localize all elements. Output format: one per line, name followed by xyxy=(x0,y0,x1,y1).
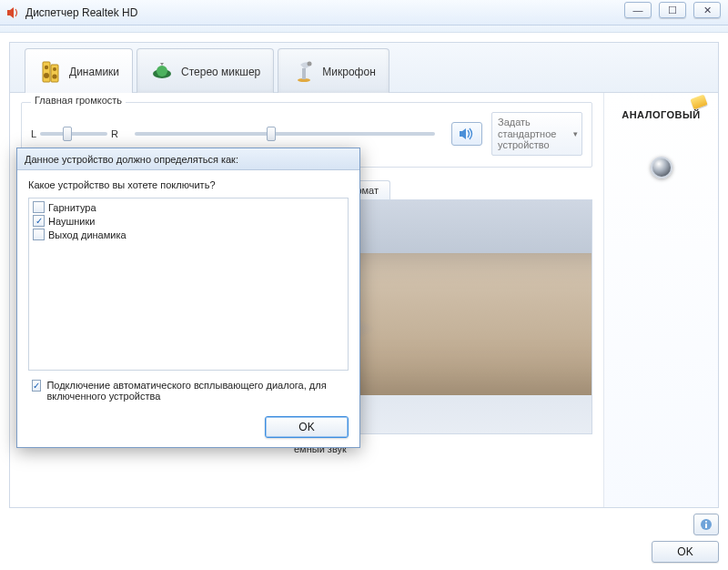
svg-rect-1 xyxy=(43,62,50,82)
dialog-title: Данное устройство должно определяться ка… xyxy=(17,148,359,170)
analog-label: АНАЛОГОВЫЙ xyxy=(622,109,701,120)
tab-label: Микрофон xyxy=(322,66,375,78)
app-speaker-icon xyxy=(5,5,20,20)
auto-popup-label: Подключение автоматического всплывающего… xyxy=(46,380,349,402)
sound-icon xyxy=(459,127,475,141)
balance-slider[interactable]: L R xyxy=(31,128,118,139)
minimize-button[interactable]: — xyxy=(624,2,652,18)
ok-label: OK xyxy=(298,421,314,433)
maximize-button[interactable]: ☐ xyxy=(659,2,686,18)
svg-point-6 xyxy=(52,74,56,78)
device-type-dialog: Данное устройство должно определяться ка… xyxy=(16,148,360,448)
svg-point-3 xyxy=(44,73,49,78)
device-tabs: Динамики Стерео микшер Микр xyxy=(9,42,719,93)
tab-label: Стерео микшер xyxy=(181,66,260,78)
group-legend: Главная громкость xyxy=(31,95,126,106)
svg-point-15 xyxy=(705,521,707,523)
svg-point-8 xyxy=(157,66,167,76)
checkbox[interactable] xyxy=(33,201,45,213)
volume-slider[interactable] xyxy=(135,132,435,136)
microphone-icon xyxy=(291,59,317,85)
mute-button[interactable] xyxy=(451,122,482,146)
svg-rect-14 xyxy=(705,524,707,528)
option-speaker-out[interactable]: Выход динамика xyxy=(33,228,344,241)
svg-marker-12 xyxy=(460,128,466,139)
option-label: Гарнитура xyxy=(48,202,96,213)
checkbox[interactable] xyxy=(33,229,45,240)
ok-label: OK xyxy=(677,545,693,558)
svg-point-5 xyxy=(53,67,56,71)
option-label: Наушники xyxy=(48,216,95,227)
ok-button[interactable]: OK xyxy=(652,541,719,563)
window-controls: — ☐ ✕ xyxy=(624,2,721,18)
balance-right-label: R xyxy=(111,128,118,139)
option-label: Выход динамика xyxy=(48,229,126,240)
titlebar: Диспетчер Realtek HD — ☐ ✕ xyxy=(0,0,728,25)
svg-rect-10 xyxy=(302,68,306,79)
right-panel: АНАЛОГОВЫЙ xyxy=(603,93,718,507)
checkbox[interactable]: ✓ xyxy=(32,380,41,392)
device-option-list: Гарнитура ✓ Наушники Выход динамика xyxy=(28,198,349,371)
info-button[interactable] xyxy=(693,514,719,535)
decorative-strip xyxy=(0,25,728,33)
balance-left-label: L xyxy=(31,128,36,139)
folder-icon[interactable] xyxy=(690,95,707,110)
dialog-question: Какое устройство вы хотете поключить? xyxy=(28,179,349,190)
preset-label: Задать стандартное устройство xyxy=(498,117,556,150)
info-icon xyxy=(700,518,713,531)
option-headset[interactable]: Гарнитура xyxy=(33,200,344,214)
option-headphones[interactable]: ✓ Наушники xyxy=(33,214,344,228)
tab-microphone[interactable]: Микрофон xyxy=(278,48,389,94)
tab-label: Динамики xyxy=(69,66,119,78)
svg-rect-4 xyxy=(51,65,58,82)
checkbox[interactable]: ✓ xyxy=(33,215,45,227)
svg-marker-0 xyxy=(7,7,14,18)
dialog-ok-button[interactable]: OK xyxy=(265,416,349,438)
close-button[interactable]: ✕ xyxy=(693,2,721,18)
svg-point-11 xyxy=(308,61,312,66)
mixer-icon xyxy=(150,59,176,85)
audio-jack-icon[interactable] xyxy=(651,157,672,178)
auto-popup-checkbox-row[interactable]: ✓ Подключение автоматического всплывающе… xyxy=(28,380,349,402)
tab-speakers[interactable]: Динамики xyxy=(25,48,133,94)
svg-point-2 xyxy=(45,65,48,68)
tab-stereo-mixer[interactable]: Стерео микшер xyxy=(136,48,274,94)
default-device-dropdown[interactable]: Задать стандартное устройство xyxy=(491,112,582,156)
speakers-icon xyxy=(38,59,64,85)
window-title: Диспетчер Realtek HD xyxy=(25,6,137,19)
